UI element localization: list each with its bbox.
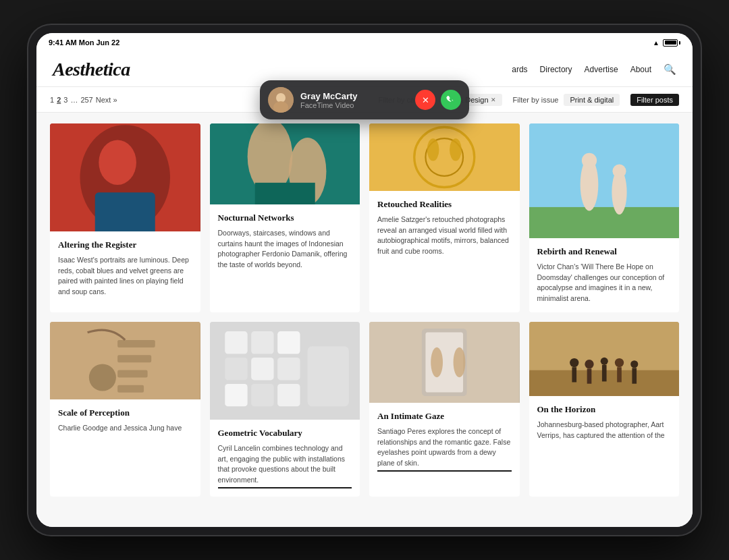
svg-rect-25 xyxy=(117,355,151,362)
facetime-buttons: ✕ xyxy=(415,90,461,110)
nav-ards[interactable]: ards xyxy=(512,65,527,74)
content-area: Altering the Register Isaac West's portr… xyxy=(36,113,693,527)
facetime-accept-button[interactable] xyxy=(441,90,461,110)
svg-rect-35 xyxy=(225,384,247,406)
article-card-2[interactable]: Nocturnal Networks Doorways, staircases,… xyxy=(210,123,360,312)
article-5-body: Scale of Perception Charlie Goodge and J… xyxy=(50,399,200,442)
facetime-call-type: FaceTime Video xyxy=(300,101,408,109)
remove-category-icon[interactable]: ✕ xyxy=(491,96,496,103)
article-3-text: Amelie Satzger's retouched photographs r… xyxy=(377,215,512,257)
svg-point-52 xyxy=(614,358,623,367)
svg-point-43 xyxy=(454,347,466,378)
article-6-title: Geometric Vocabulary xyxy=(218,428,352,439)
article-7-underline xyxy=(377,470,512,472)
svg-rect-16 xyxy=(529,123,680,207)
article-card-1[interactable]: Altering the Register Isaac West's portr… xyxy=(50,123,200,312)
page-3[interactable]: 3 xyxy=(63,96,68,104)
svg-point-15 xyxy=(450,138,462,161)
svg-point-20 xyxy=(581,153,596,168)
article-8-image xyxy=(529,322,680,396)
article-8-body: On the Horizon Johannesburg-based photog… xyxy=(529,396,680,449)
svg-point-50 xyxy=(600,358,608,365)
article-6-image xyxy=(210,322,360,420)
article-2-body: Nocturnal Networks Doorways, staircases,… xyxy=(210,204,360,279)
svg-rect-6 xyxy=(95,192,155,231)
svg-rect-32 xyxy=(225,358,247,380)
battery-indicator xyxy=(663,39,680,47)
facetime-decline-button[interactable]: ✕ xyxy=(415,90,435,110)
svg-rect-37 xyxy=(277,384,300,406)
svg-rect-55 xyxy=(632,368,637,383)
article-card-6[interactable]: Geometric Vocabulary Cyril Lancelin comb… xyxy=(210,322,360,497)
article-card-3[interactable]: Retouched Realities Amelie Satzger's ret… xyxy=(369,123,520,312)
active-issue-tag[interactable]: Print & digital xyxy=(564,94,620,106)
article-card-5[interactable]: Scale of Perception Charlie Goodge and J… xyxy=(50,322,200,497)
article-6-text: Cyril Lancelin combines technology and a… xyxy=(218,443,352,486)
nav-directory[interactable]: Directory xyxy=(540,65,572,74)
tablet-frame: 9:41 AM Mon Jun 22 ▲ xyxy=(27,24,702,536)
article-3-image xyxy=(369,123,520,191)
status-bar: 9:41 AM Mon Jun 22 ▲ xyxy=(36,33,693,52)
svg-rect-26 xyxy=(117,370,148,377)
page-1[interactable]: 1 xyxy=(50,96,54,104)
svg-rect-31 xyxy=(277,331,300,354)
svg-rect-51 xyxy=(601,365,606,381)
page-ellipsis: … xyxy=(70,96,78,104)
svg-rect-29 xyxy=(225,331,247,354)
facetime-info: Gray McCarty FaceTime Video xyxy=(300,91,408,109)
articles-grid: Altering the Register Isaac West's portr… xyxy=(50,123,679,497)
svg-rect-17 xyxy=(529,207,680,238)
article-7-body: An Intimate Gaze Santiago Peres explores… xyxy=(369,403,520,480)
svg-rect-11 xyxy=(369,123,520,191)
tablet-screen: 9:41 AM Mon Jun 22 ▲ xyxy=(36,33,693,527)
nav-about[interactable]: About xyxy=(630,65,651,74)
svg-rect-38 xyxy=(307,346,348,406)
page-257[interactable]: 257 xyxy=(80,96,92,104)
svg-rect-30 xyxy=(251,331,273,354)
page-next[interactable]: Next » xyxy=(96,96,117,104)
svg-rect-27 xyxy=(117,385,144,393)
article-5-text: Charlie Goodge and Jessica Jung have xyxy=(58,423,192,434)
status-icons: ▲ xyxy=(653,39,680,47)
svg-point-21 xyxy=(612,165,626,178)
article-card-8[interactable]: On the Horizon Johannesburg-based photog… xyxy=(529,322,680,497)
article-card-7[interactable]: An Intimate Gaze Santiago Peres explores… xyxy=(369,322,520,497)
svg-rect-49 xyxy=(587,368,591,383)
article-1-image xyxy=(50,123,200,231)
search-icon[interactable]: 🔍 xyxy=(664,63,676,76)
issue-filter-group: Filter by issue Print & digital xyxy=(513,94,620,106)
article-2-image xyxy=(210,123,360,204)
article-2-text: Doorways, staircases, windows and curtai… xyxy=(218,228,352,271)
battery-fill xyxy=(665,40,676,45)
article-1-body: Altering the Register Isaac West's portr… xyxy=(50,231,200,306)
nav-advertise[interactable]: Advertise xyxy=(585,65,618,74)
article-7-title: An Intimate Gaze xyxy=(377,411,512,422)
battery-rect xyxy=(663,39,678,47)
page-2[interactable]: 2 xyxy=(57,96,61,104)
site-logo[interactable]: Aesthetica xyxy=(53,59,130,80)
article-5-image xyxy=(50,322,200,399)
battery-tip xyxy=(679,41,680,45)
pagination: 1 2 3 … 257 Next » xyxy=(50,96,117,104)
article-3-body: Retouched Realities Amelie Satzger's ret… xyxy=(369,191,520,265)
svg-point-46 xyxy=(570,358,578,367)
svg-rect-34 xyxy=(277,358,300,380)
filter-posts-button[interactable]: Filter posts xyxy=(630,94,679,106)
article-7-image xyxy=(369,322,520,403)
filter-issue-label: Filter by issue xyxy=(513,96,559,104)
article-4-title: Rebirth and Renewal xyxy=(537,246,672,258)
article-6-body: Geometric Vocabulary Cyril Lancelin comb… xyxy=(210,420,360,497)
article-8-title: On the Horizon xyxy=(537,404,672,416)
article-7-text: Santiago Peres explores the concept of r… xyxy=(377,426,512,469)
facetime-caller-name: Gray McCarty xyxy=(300,91,408,101)
svg-rect-36 xyxy=(251,384,273,406)
active-issue-text: Print & digital xyxy=(570,96,614,104)
article-6-underline xyxy=(218,487,352,488)
facetime-avatar xyxy=(268,87,294,113)
article-3-title: Retouched Realities xyxy=(377,199,512,211)
wifi-icon: ▲ xyxy=(653,39,659,47)
article-2-title: Nocturnal Networks xyxy=(218,213,352,224)
svg-point-23 xyxy=(89,364,116,391)
article-card-4[interactable]: Rebirth and Renewal Victor Chan's 'Will … xyxy=(529,123,680,312)
article-4-image xyxy=(529,123,680,238)
